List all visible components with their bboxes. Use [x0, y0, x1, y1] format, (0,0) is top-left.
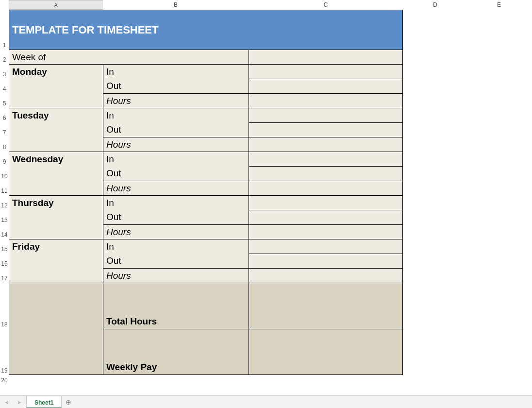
- day-friday[interactable]: Friday: [9, 239, 103, 254]
- cell-a17[interactable]: [9, 268, 103, 283]
- row-header-14[interactable]: 14: [0, 224, 9, 239]
- row-header-2[interactable]: 2: [0, 50, 9, 64]
- wednesday-in-label[interactable]: In: [103, 152, 249, 166]
- thursday-hours-label[interactable]: Hours: [103, 224, 249, 239]
- cell-a18[interactable]: [9, 283, 103, 329]
- row-header-12[interactable]: 12: [0, 195, 9, 210]
- week-of-value[interactable]: [249, 50, 403, 64]
- row-header-8[interactable]: 8: [0, 137, 9, 152]
- title-cell[interactable]: TEMPLATE FOR TIMESHEET: [9, 10, 403, 50]
- day-wednesday[interactable]: Wednesday: [9, 152, 103, 166]
- monday-hours-label[interactable]: Hours: [103, 93, 249, 108]
- column-header-b[interactable]: B: [103, 0, 249, 10]
- row-header-17[interactable]: 17: [0, 268, 9, 283]
- tuesday-out-value[interactable]: [249, 122, 403, 137]
- total-hours-label[interactable]: Total Hours: [103, 283, 249, 329]
- wednesday-out-label[interactable]: Out: [103, 166, 249, 181]
- row-header-20[interactable]: 20: [0, 375, 9, 385]
- thursday-in-label[interactable]: In: [103, 195, 249, 210]
- thursday-out-label[interactable]: Out: [103, 210, 249, 224]
- monday-in-value[interactable]: [249, 64, 403, 79]
- wednesday-hours-value[interactable]: [249, 181, 403, 195]
- row-header-18[interactable]: 18: [0, 283, 9, 329]
- friday-hours-value[interactable]: [249, 268, 403, 283]
- friday-out-value[interactable]: [249, 254, 403, 268]
- friday-in-label[interactable]: In: [103, 239, 249, 254]
- worksheet-grid: TEMPLATE FOR TIMESHEET Week of Monday In…: [9, 10, 403, 385]
- row-header-4[interactable]: 4: [0, 79, 9, 93]
- cell-a8[interactable]: [9, 137, 103, 152]
- tab-nav-prev-icon[interactable]: ◄: [4, 399, 9, 405]
- weekly-pay-value[interactable]: [249, 329, 403, 375]
- cell-b2[interactable]: [103, 50, 249, 64]
- row-header-3[interactable]: 3: [0, 64, 9, 79]
- friday-hours-label[interactable]: Hours: [103, 268, 249, 283]
- column-header-a[interactable]: A: [9, 0, 103, 10]
- friday-out-label[interactable]: Out: [103, 254, 249, 268]
- monday-out-value[interactable]: [249, 79, 403, 93]
- wednesday-out-value[interactable]: [249, 166, 403, 181]
- wednesday-hours-label[interactable]: Hours: [103, 181, 249, 195]
- row-header-15[interactable]: 15: [0, 239, 9, 254]
- row-header-19[interactable]: 19: [0, 329, 9, 375]
- tab-nav-next-icon[interactable]: ►: [17, 399, 22, 405]
- cell-a11[interactable]: [9, 181, 103, 195]
- tab-nav: ◄ ►: [0, 399, 26, 405]
- plus-icon: ⊕: [66, 398, 71, 406]
- column-header-c[interactable]: C: [249, 0, 403, 10]
- tuesday-in-label[interactable]: In: [103, 108, 249, 122]
- cell-a5[interactable]: [9, 93, 103, 108]
- cell-a13[interactable]: [9, 210, 103, 224]
- thursday-hours-value[interactable]: [249, 224, 403, 239]
- spreadsheet-viewport: A B C D E 1 2 3 4 5 6 7 8 9 10 11 12 13 …: [0, 0, 532, 408]
- monday-out-label[interactable]: Out: [103, 79, 249, 93]
- tuesday-in-value[interactable]: [249, 108, 403, 122]
- thursday-out-value[interactable]: [249, 210, 403, 224]
- thursday-in-value[interactable]: [249, 195, 403, 210]
- monday-hours-value[interactable]: [249, 93, 403, 108]
- cell-a16[interactable]: [9, 254, 103, 268]
- row-header-1[interactable]: 1: [0, 10, 9, 50]
- week-of-label[interactable]: Week of: [9, 50, 103, 64]
- tuesday-out-label[interactable]: Out: [103, 122, 249, 137]
- add-sheet-button[interactable]: ⊕: [62, 398, 75, 406]
- total-hours-value[interactable]: [249, 283, 403, 329]
- row-header-10[interactable]: 10: [0, 166, 9, 181]
- tuesday-hours-label[interactable]: Hours: [103, 137, 249, 152]
- sheet-tab-1[interactable]: Sheet1: [26, 396, 62, 408]
- row-header-7[interactable]: 7: [0, 122, 9, 137]
- cell-a4[interactable]: [9, 79, 103, 93]
- day-monday[interactable]: Monday: [9, 64, 103, 79]
- row-header-9[interactable]: 9: [0, 152, 9, 166]
- row-20-blank[interactable]: [9, 375, 403, 385]
- row-header-6[interactable]: 6: [0, 108, 9, 122]
- empty-columns-de: [403, 10, 532, 387]
- cell-a10[interactable]: [9, 166, 103, 181]
- row-headers: 1 2 3 4 5 6 7 8 9 10 11 12 13 14 15 16 1…: [0, 10, 9, 385]
- row-header-5[interactable]: 5: [0, 93, 9, 108]
- column-header-e[interactable]: E: [467, 0, 531, 10]
- row-header-11[interactable]: 11: [0, 181, 9, 195]
- day-tuesday[interactable]: Tuesday: [9, 108, 103, 122]
- cell-a7[interactable]: [9, 122, 103, 137]
- monday-in-label[interactable]: In: [103, 64, 249, 79]
- day-thursday[interactable]: Thursday: [9, 195, 103, 210]
- sheet-tab-bar: ◄ ► Sheet1 ⊕: [0, 395, 532, 408]
- row-header-16[interactable]: 16: [0, 254, 9, 268]
- friday-in-value[interactable]: [249, 239, 403, 254]
- weekly-pay-label[interactable]: Weekly Pay: [103, 329, 249, 375]
- column-header-d[interactable]: D: [403, 0, 467, 10]
- row-header-13[interactable]: 13: [0, 210, 9, 224]
- column-headers: A B C D E: [0, 0, 532, 10]
- wednesday-in-value[interactable]: [249, 152, 403, 166]
- cell-a14[interactable]: [9, 224, 103, 239]
- cell-a19[interactable]: [9, 329, 103, 375]
- tuesday-hours-value[interactable]: [249, 137, 403, 152]
